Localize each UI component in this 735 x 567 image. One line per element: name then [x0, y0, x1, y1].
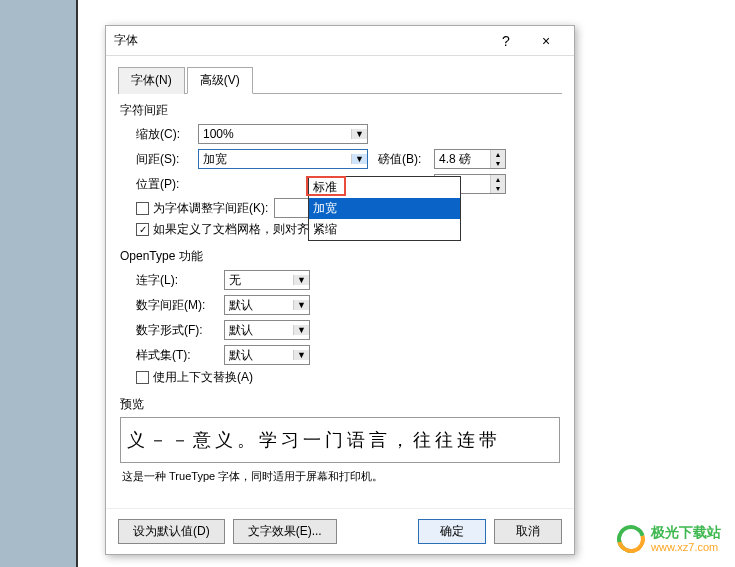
style-set-row: 样式集(T): 默认 ▼: [136, 344, 562, 366]
tab-font[interactable]: 字体(N): [118, 67, 185, 94]
spin-down-icon[interactable]: ▼: [491, 184, 505, 193]
num-form-combo[interactable]: 默认 ▼: [224, 320, 310, 340]
chevron-down-icon: ▼: [351, 154, 367, 164]
chevron-down-icon: ▼: [293, 350, 309, 360]
num-form-label: 数字形式(F):: [136, 322, 224, 339]
branding-logo: 极光下载站 www.xz7.com: [617, 525, 721, 553]
chevron-down-icon: ▼: [293, 325, 309, 335]
spacing-dropdown-list: 标准 加宽 紧缩: [308, 176, 461, 241]
scale-row: 缩放(C): 100% ▼: [136, 123, 562, 145]
spin-up-icon[interactable]: ▲: [491, 175, 505, 184]
kerning-label: 为字体调整字间距(K):: [153, 200, 268, 217]
dialog-body: 字体(N) 高级(V) 字符间距 缩放(C): 100% ▼ 间距(S): 加宽…: [106, 56, 574, 500]
section-opentype: OpenType 功能: [120, 248, 562, 265]
dialog-footer: 设为默认值(D) 文字效果(E)... 确定 取消: [106, 508, 574, 554]
chevron-down-icon: ▼: [293, 275, 309, 285]
scale-combo[interactable]: 100% ▼: [198, 124, 368, 144]
kerning-checkbox[interactable]: [136, 202, 149, 215]
context-row: 使用上下文替换(A): [136, 369, 562, 386]
cancel-button[interactable]: 取消: [494, 519, 562, 544]
dropdown-item-standard[interactable]: 标准: [309, 177, 460, 198]
chevron-down-icon: ▼: [293, 300, 309, 310]
context-label: 使用上下文替换(A): [153, 369, 253, 386]
ligature-combo[interactable]: 无 ▼: [224, 270, 310, 290]
font-dialog: 字体 ? × 字体(N) 高级(V) 字符间距 缩放(C): 100% ▼ 间距…: [105, 25, 575, 555]
set-default-button[interactable]: 设为默认值(D): [118, 519, 225, 544]
style-set-combo[interactable]: 默认 ▼: [224, 345, 310, 365]
context-checkbox[interactable]: [136, 371, 149, 384]
spacing-point-spinner[interactable]: 4.8 磅 ▲▼: [434, 149, 506, 169]
spin-up-icon[interactable]: ▲: [491, 150, 505, 159]
grid-checkbox[interactable]: ✓: [136, 223, 149, 236]
tab-advanced[interactable]: 高级(V): [187, 67, 253, 94]
close-button[interactable]: ×: [526, 33, 566, 49]
dropdown-item-expanded[interactable]: 加宽: [309, 198, 460, 219]
spacing-label: 间距(S):: [136, 151, 198, 168]
section-char-spacing: 字符间距: [120, 102, 562, 119]
logo-text: 极光下载站 www.xz7.com: [651, 525, 721, 552]
ligature-label: 连字(L):: [136, 272, 224, 289]
dialog-title: 字体: [114, 32, 486, 49]
chevron-down-icon: ▼: [351, 129, 367, 139]
dropdown-item-condensed[interactable]: 紧缩: [309, 219, 460, 240]
num-spacing-label: 数字间距(M):: [136, 297, 224, 314]
style-set-label: 样式集(T):: [136, 347, 224, 364]
scale-label: 缩放(C):: [136, 126, 198, 143]
tab-strip: 字体(N) 高级(V): [118, 66, 562, 94]
spin-down-icon[interactable]: ▼: [491, 159, 505, 168]
logo-icon: [617, 525, 645, 553]
ok-button[interactable]: 确定: [418, 519, 486, 544]
text-effects-button[interactable]: 文字效果(E)...: [233, 519, 337, 544]
spacing-point-label: 磅值(B):: [378, 151, 434, 168]
titlebar: 字体 ? ×: [106, 26, 574, 56]
num-spacing-combo[interactable]: 默认 ▼: [224, 295, 310, 315]
ligature-row: 连字(L): 无 ▼: [136, 269, 562, 291]
help-button[interactable]: ?: [486, 33, 526, 49]
preview-label: 预览: [120, 396, 562, 413]
font-description: 这是一种 TrueType 字体，同时适用于屏幕和打印机。: [122, 469, 558, 484]
num-spacing-row: 数字间距(M): 默认 ▼: [136, 294, 562, 316]
num-form-row: 数字形式(F): 默认 ▼: [136, 319, 562, 341]
spacing-row: 间距(S): 加宽 ▼ 磅值(B): 4.8 磅 ▲▼: [136, 148, 562, 170]
spacing-combo[interactable]: 加宽 ▼: [198, 149, 368, 169]
position-label: 位置(P):: [136, 176, 198, 193]
preview-box: 义－－意义。学习一门语言，往往连带: [120, 417, 560, 463]
